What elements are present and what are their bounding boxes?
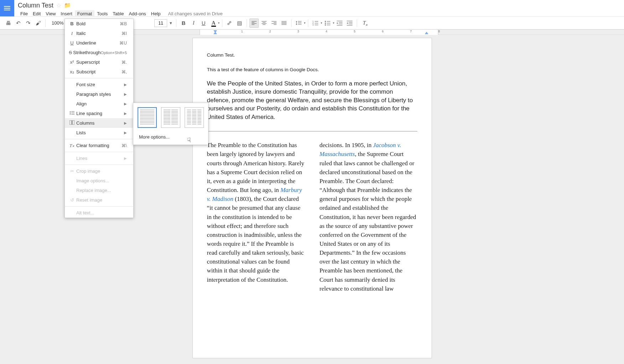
insert-comment-button[interactable]: ▤: [235, 19, 244, 28]
menu-format[interactable]: Format: [75, 10, 94, 17]
title-area: Column Test ☆ 📁 File Edit View Insert Fo…: [14, 0, 624, 16]
save-status: All changes saved in Drive: [168, 11, 223, 16]
format-bold-item[interactable]: B Bold ⌘B: [65, 19, 133, 28]
font-size-dropdown[interactable]: ▾: [168, 19, 174, 27]
folder-icon[interactable]: 📁: [64, 2, 71, 9]
first-line-indent-marker[interactable]: [213, 30, 217, 33]
docs-home-button[interactable]: [0, 0, 14, 16]
text-color-button[interactable]: A: [209, 19, 218, 28]
format-italic-item[interactable]: I Italic ⌘I: [65, 28, 133, 35]
star-icon[interactable]: ☆: [56, 2, 61, 9]
bold-button[interactable]: B: [179, 19, 188, 28]
chevron-down-icon[interactable]: ▾: [333, 21, 334, 25]
line-spacing-button[interactable]: [294, 19, 303, 28]
hamburger-icon: [4, 8, 10, 9]
svg-point-28: [325, 24, 326, 25]
bold-icon: B: [68, 21, 76, 26]
menu-help[interactable]: Help: [149, 10, 163, 17]
undo-button[interactable]: ↶: [14, 19, 23, 28]
underline-button[interactable]: U: [199, 19, 208, 28]
menu-edit[interactable]: Edit: [30, 10, 43, 17]
chevron-down-icon[interactable]: ▾: [218, 21, 220, 25]
menu-insert[interactable]: Insert: [58, 10, 75, 17]
menu-tools[interactable]: Tools: [94, 10, 110, 17]
italic-button[interactable]: I: [189, 19, 198, 28]
paint-format-button[interactable]: 🖌: [33, 19, 43, 28]
svg-point-26: [325, 21, 326, 22]
menu-table[interactable]: Table: [110, 10, 126, 17]
chevron-down-icon[interactable]: ▾: [321, 21, 322, 25]
chevron-down-icon[interactable]: ▾: [304, 21, 305, 25]
menu-file[interactable]: File: [18, 10, 30, 17]
numbered-list-button[interactable]: 123: [311, 19, 320, 28]
redo-button[interactable]: ↷: [24, 19, 33, 28]
clear-formatting-button[interactable]: T✕: [360, 19, 369, 28]
right-indent-marker[interactable]: [425, 32, 428, 34]
align-center-button[interactable]: [259, 19, 269, 28]
print-button[interactable]: 🖶: [4, 19, 13, 28]
app-header: Column Test ☆ 📁 File Edit View Insert Fo…: [0, 0, 624, 17]
menu-view[interactable]: View: [43, 10, 58, 17]
svg-text:3: 3: [313, 24, 314, 26]
bulleted-list-button[interactable]: [323, 19, 332, 28]
ruler[interactable]: 1 2 3 4 5 6 7 8: [200, 30, 438, 35]
increase-indent-button[interactable]: [345, 19, 354, 28]
align-right-button[interactable]: [269, 19, 279, 28]
align-left-button[interactable]: [249, 19, 259, 28]
italic-icon: I: [68, 31, 76, 35]
menubar: File Edit View Insert Format Tools Table…: [18, 10, 624, 17]
insert-link-button[interactable]: ⚯: [225, 19, 234, 28]
svg-point-27: [325, 22, 326, 24]
decrease-indent-button[interactable]: [335, 19, 344, 28]
format-dropdown-menu: B Bold ⌘B I Italic ⌘I U Underline ⌘U S S…: [65, 19, 134, 35]
document-title[interactable]: Column Test: [18, 2, 53, 9]
menu-addons[interactable]: Add-ons: [126, 10, 148, 17]
align-justify-button[interactable]: [279, 19, 289, 28]
font-size-input[interactable]: [154, 19, 167, 27]
